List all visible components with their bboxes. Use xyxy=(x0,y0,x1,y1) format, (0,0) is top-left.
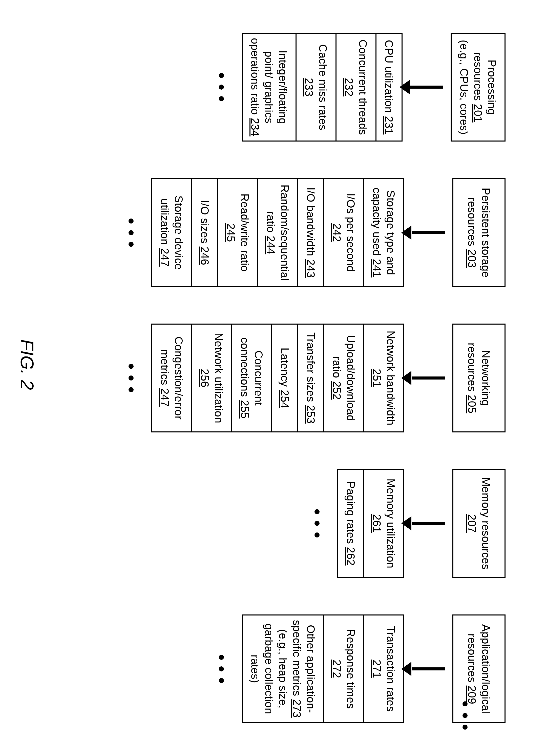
metric-box: Transfer sizes 253 xyxy=(297,324,324,432)
header-storage: Persistent storage resources 203 xyxy=(452,178,505,287)
metric-text: Integer/floating point/ graphics operati… xyxy=(249,38,289,124)
header-ref: 203 xyxy=(466,249,478,268)
metric-ref: 245 xyxy=(225,223,237,242)
metric-box: Transaction rates 271 xyxy=(363,614,404,723)
header-ref: 205 xyxy=(466,395,478,413)
metric-box: I/O sizes 246 xyxy=(191,178,218,287)
horizontal-ellipsis-icon xyxy=(462,701,485,730)
column-memory: Memory resources 207 Memory utilization … xyxy=(314,465,505,582)
metric-text: Read/write ratio xyxy=(239,194,251,272)
metric-box: Response times 272 xyxy=(323,614,364,723)
metric-ref: 252 xyxy=(331,381,343,400)
metric-box: Integer/floating point/ graphics operati… xyxy=(242,33,296,142)
metric-box: Storage device utilization 247 xyxy=(151,178,192,287)
arrow-down-icon xyxy=(404,231,452,234)
vertical-ellipsis-icon xyxy=(219,73,224,101)
header-networking: Networking resources 205 xyxy=(452,324,505,432)
metric-text: Paging rates xyxy=(344,481,357,544)
metric-box: Concurrent threads 232 xyxy=(335,33,376,142)
metric-text: I/O sizes xyxy=(199,200,211,243)
metric-box: Concurrent connections 255 xyxy=(231,324,272,432)
metric-box: Other application-specific metrics 273 (… xyxy=(242,614,324,723)
metric-box: Latency 254 xyxy=(271,324,298,432)
metric-ref: 241 xyxy=(371,259,383,277)
metric-box: Storage type and capacity used 241 xyxy=(363,178,404,287)
header-text: Memory resources xyxy=(480,477,492,569)
header-memory: Memory resources 207 xyxy=(452,469,505,578)
metric-text: Congestion/error metrics xyxy=(159,336,185,420)
column-processing: Processing resources 201 (e.g., CPUs, co… xyxy=(219,29,505,145)
metric-box: CPU utilization 231 xyxy=(375,33,402,142)
metric-box: Network utilization 256 xyxy=(191,324,232,432)
metric-box: Upload/download ratio 252 xyxy=(323,324,364,432)
metric-ref: 273 xyxy=(291,699,303,718)
metric-ref: 253 xyxy=(304,405,317,424)
metric-ref: 271 xyxy=(371,660,383,678)
figure-caption: FIG. 2 xyxy=(17,339,37,390)
metric-suffix: (e.g., heap size, garbage collection rat… xyxy=(249,624,289,714)
metric-stack: Storage type and capacity used 241 I/Os … xyxy=(151,178,404,287)
metric-box: Random/sequential ratio 244 xyxy=(257,178,298,287)
diagram-canvas: Processing resources 201 (e.g., CPUs, co… xyxy=(0,0,546,546)
metric-ref: 262 xyxy=(344,547,357,565)
metric-text: Cache miss rates xyxy=(317,44,329,130)
metric-text: Transfer sizes xyxy=(304,332,317,402)
metric-ref: 272 xyxy=(331,660,343,678)
metric-ref: 247 xyxy=(159,388,171,407)
metric-box: Cache miss rates 233 xyxy=(295,33,336,142)
metric-box: I/O bandwidth 243 xyxy=(297,178,324,287)
metric-text: I/O bandwidth xyxy=(304,187,317,256)
column-storage: Persistent storage resources 203 Storage… xyxy=(129,174,505,291)
metric-stack: Transaction rates 271 Response times 272… xyxy=(242,614,404,723)
metric-text: Memory utilization xyxy=(384,479,397,568)
metric-text: Concurrent connections xyxy=(239,337,265,406)
metric-box: Memory utilization 261 xyxy=(363,469,404,578)
metric-ref: 251 xyxy=(371,369,383,387)
metric-ref: 242 xyxy=(331,223,343,242)
metric-ref: 233 xyxy=(303,78,315,96)
metric-text: Response times xyxy=(344,629,357,709)
metric-ref: 247 xyxy=(159,248,171,267)
metric-stack: Memory utilization 261 Paging rates 262 xyxy=(337,469,404,578)
metric-ref: 244 xyxy=(265,236,277,254)
metric-ref: 256 xyxy=(199,369,211,387)
metric-ref: 261 xyxy=(371,514,383,533)
metric-ref: 246 xyxy=(199,247,211,265)
header-ref: 201 xyxy=(472,104,484,122)
metric-text: Transaction rates xyxy=(384,626,397,711)
metric-box: I/Os per second 242 xyxy=(323,178,364,287)
column-networking: Networking resources 205 Network bandwid… xyxy=(129,320,505,436)
arrow-down-icon xyxy=(404,376,452,380)
metric-text: Network bandwidth xyxy=(384,331,397,425)
arrow-down-icon xyxy=(404,667,452,670)
metric-box: Congestion/error metrics 247 xyxy=(151,324,192,432)
metric-ref: 234 xyxy=(249,118,262,136)
diagram-columns: Processing resources 201 (e.g., CPUs, co… xyxy=(0,0,546,756)
metric-stack: CPU utilization 231 Concurrent threads 2… xyxy=(242,33,402,142)
metric-text: Upload/download ratio xyxy=(331,335,357,421)
metric-ref: 243 xyxy=(304,259,317,278)
metric-text: CPU utilization xyxy=(383,40,395,113)
arrow-down-icon xyxy=(402,86,451,89)
vertical-ellipsis-icon xyxy=(219,655,224,683)
vertical-ellipsis-icon xyxy=(129,364,134,392)
arrow-down-icon xyxy=(404,522,452,525)
metric-box: Read/write ratio 245 xyxy=(217,178,258,287)
metric-stack: Network bandwidth 251 Upload/download ra… xyxy=(151,324,404,432)
header-processing: Processing resources 201 (e.g., CPUs, co… xyxy=(451,33,505,142)
metric-box: Paging rates 262 xyxy=(337,469,364,578)
metric-text: I/Os per second xyxy=(344,193,357,272)
metric-box: Network bandwidth 251 xyxy=(363,324,404,432)
metric-ref: 231 xyxy=(383,116,395,134)
metric-text: Random/sequential ratio xyxy=(265,185,291,281)
header-suffix: (e.g., CPUs, cores) xyxy=(458,40,470,134)
metric-text: Latency xyxy=(278,348,291,387)
metric-text: Concurrent threads xyxy=(357,39,369,135)
metric-text: Network utilization xyxy=(213,333,225,423)
metric-ref: 255 xyxy=(239,400,251,419)
header-ref: 207 xyxy=(466,514,478,533)
vertical-ellipsis-icon xyxy=(129,218,134,247)
vertical-ellipsis-icon xyxy=(314,509,319,538)
metric-ref: 254 xyxy=(278,390,291,408)
metric-ref: 232 xyxy=(343,78,355,96)
